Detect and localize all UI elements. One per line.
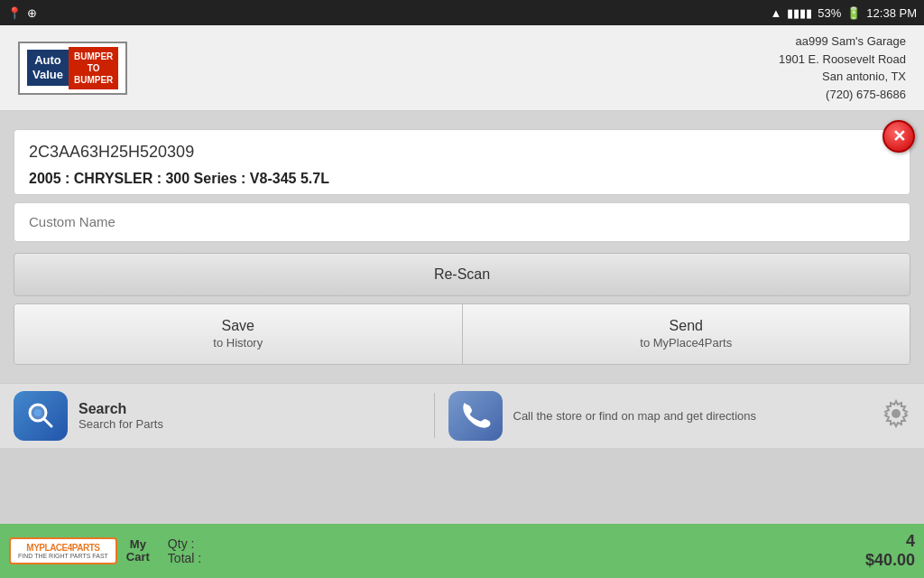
vin-info-box: 2C3AA63H25H520309 2005 : CHRYSLER : 300 …: [14, 129, 910, 195]
cart-label: Cart: [126, 551, 150, 564]
battery-icon: 🔋: [846, 6, 861, 20]
close-button[interactable]: ✕: [882, 120, 915, 153]
send-button[interactable]: Send to MyPlace4Parts: [463, 304, 910, 364]
my-cart-label: My Cart: [126, 538, 150, 564]
search-text: Search Search for Parts: [79, 401, 163, 431]
svg-line-1: [44, 419, 51, 426]
store-address: 1901 E. Roosevelt Road: [779, 51, 906, 69]
action-buttons-row: Save to History Send to MyPlace4Parts: [14, 303, 910, 365]
cart-logo: MYPLACE4PARTS FIND THE RIGHT PARTS FAST: [9, 537, 117, 564]
search-icon: [14, 391, 68, 441]
cart-qty-row: Qty :: [168, 536, 865, 551]
send-sub-label: to MyPlace4Parts: [472, 336, 901, 351]
rescan-label: Re-Scan: [434, 266, 490, 282]
cart-right-side: 4 $40.00: [865, 532, 915, 570]
store-name: aa999 Sam's Garage: [779, 33, 906, 51]
cart-details: Qty : Total :: [168, 536, 865, 565]
custom-name-input[interactable]: [29, 214, 895, 229]
phone-icon: [448, 391, 503, 441]
call-subtitle: Call the store or find on map and get di…: [513, 409, 757, 423]
brand-logo: AutoValue BUMPERTOBUMPER: [18, 42, 127, 95]
cart-logo-subtext: FIND THE RIGHT PARTS FAST: [18, 553, 108, 559]
clock: 12:38 PM: [866, 6, 917, 20]
cart-bar: MYPLACE4PARTS FIND THE RIGHT PARTS FAST …: [0, 524, 924, 578]
save-button[interactable]: Save to History: [14, 304, 463, 364]
auto-value-logo: AutoValue: [27, 50, 69, 85]
gear-icon-wrap[interactable]: [868, 399, 924, 432]
cart-total-value: $40.00: [865, 551, 915, 570]
cart-qty-value: 4: [865, 532, 915, 551]
vehicle-description: 2005 : CHRYSLER : 300 Series : V8-345 5.…: [29, 171, 329, 186]
bumper-logo: BUMPERTOBUMPER: [69, 47, 118, 89]
battery-percent: 53%: [818, 6, 841, 20]
search-title: Search: [79, 401, 163, 417]
wifi-icon: ▲: [770, 6, 781, 20]
main-dialog: ✕ 2C3AA63H25H520309 2005 : CHRYSLER : 30…: [0, 111, 924, 383]
logo-container: AutoValue BUMPERTOBUMPER: [18, 42, 127, 95]
cart-total-row: Total :: [168, 551, 865, 565]
svg-point-3: [892, 409, 901, 418]
store-city: San antonio, TX: [779, 68, 906, 86]
store-phone: (720) 675-8686: [779, 86, 906, 104]
store-info: aa999 Sam's Garage 1901 E. Roosevelt Roa…: [779, 33, 906, 103]
location-icon: 📍: [7, 6, 22, 20]
save-sub-label: to History: [23, 336, 453, 351]
total-label: Total :: [168, 551, 201, 565]
status-bar: 📍 ⊕ ▲ ▮▮▮▮ 53% 🔋 12:38 PM: [0, 0, 924, 25]
call-feature[interactable]: Call the store or find on map and get di…: [435, 391, 869, 441]
signal-icon: ▮▮▮▮: [787, 6, 812, 20]
cart-logo-text: MYPLACE4PARTS: [26, 543, 99, 553]
vin-number: 2C3AA63H25H520309: [29, 143, 895, 162]
app-icon: ⊕: [27, 6, 37, 20]
qty-label: Qty :: [168, 536, 195, 551]
app-header: AutoValue BUMPERTOBUMPER aa999 Sam's Gar…: [0, 25, 924, 111]
close-icon: ✕: [892, 126, 906, 146]
call-text: Call the store or find on map and get di…: [513, 409, 757, 423]
gear-icon: [882, 399, 910, 428]
search-feature[interactable]: Search Search for Parts: [0, 391, 434, 441]
my-label: My: [130, 538, 146, 551]
custom-name-field[interactable]: [14, 202, 910, 242]
feature-bar: Search Search for Parts Call the store o…: [0, 383, 924, 448]
rescan-button[interactable]: Re-Scan: [14, 253, 910, 296]
svg-point-2: [34, 409, 42, 416]
send-label: Send: [670, 318, 703, 333]
save-label: Save: [222, 318, 254, 333]
search-subtitle: Search for Parts: [79, 417, 163, 431]
